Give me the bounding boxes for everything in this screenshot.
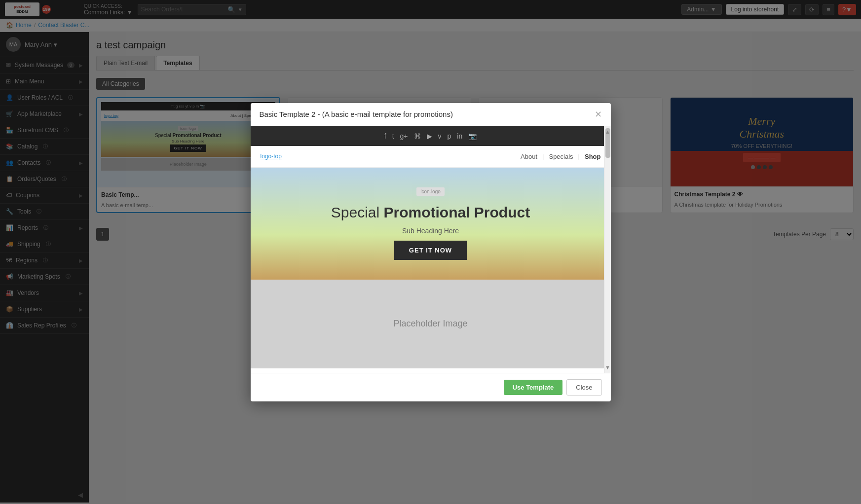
modal-body: f t g+ ⌘ ▶ v p in 📷 logo-top About | <box>251 126 611 373</box>
googleplus-icon[interactable]: g+ <box>400 132 408 140</box>
nav-sep-1: | <box>542 153 544 160</box>
twitter-icon[interactable]: t <box>392 132 394 140</box>
template-placeholder-image: Placeholder Image <box>251 280 611 368</box>
instagram-icon[interactable]: 📷 <box>468 132 477 140</box>
nav-sep-2: | <box>578 153 580 160</box>
use-template-button[interactable]: Use Template <box>504 380 563 395</box>
modal-header: Basic Template 2 - (A basic e-mail templ… <box>251 103 611 126</box>
template-nav-links: About | Specials | Shop <box>521 153 600 160</box>
facebook-icon[interactable]: f <box>384 132 386 140</box>
modal-overlay[interactable]: Basic Template 2 - (A basic e-mail templ… <box>0 0 861 503</box>
scroll-up-arrow[interactable]: ▲ <box>604 129 611 135</box>
nav-about[interactable]: About <box>521 153 537 160</box>
youtube-icon[interactable]: ▶ <box>427 132 432 140</box>
hero-get-it-now-button[interactable]: GET IT NOW <box>394 241 467 260</box>
template-social-bar: f t g+ ⌘ ▶ v p in 📷 <box>251 126 611 146</box>
template-nav: logo-top About | Specials | Shop <box>251 146 611 168</box>
linkedin-icon[interactable]: in <box>457 132 462 140</box>
template-preview-modal: Basic Template 2 - (A basic e-mail templ… <box>251 103 611 401</box>
template-hero-title: Special Promotional Product <box>331 204 530 221</box>
template-logo: logo-top <box>261 153 282 160</box>
scroll-down-arrow[interactable]: ▼ <box>604 364 611 370</box>
template-hero-subtitle: Sub Heading Here <box>402 227 459 235</box>
scroll-track: ▼ ▲ <box>604 126 611 373</box>
hero-title-bold: Promotional Product <box>384 204 530 220</box>
nav-shop[interactable]: Shop <box>585 153 601 160</box>
modal-scroll-area[interactable]: f t g+ ⌘ ▶ v p in 📷 logo-top About | <box>251 126 611 373</box>
template-hero: icon-logo Special Promotional Product Su… <box>251 168 611 280</box>
rss-icon[interactable]: ⌘ <box>414 132 421 140</box>
close-modal-button[interactable]: Close <box>566 379 601 396</box>
hero-title-plain: Special <box>331 204 384 220</box>
modal-footer: Use Template Close <box>251 373 611 401</box>
vimeo-icon[interactable]: v <box>438 132 442 140</box>
modal-title: Basic Template 2 - (A basic e-mail templ… <box>260 110 453 118</box>
template-icon-logo: icon-logo <box>416 187 445 196</box>
modal-close-icon[interactable]: ✕ <box>595 110 602 119</box>
nav-specials[interactable]: Specials <box>549 153 573 160</box>
pinterest-icon[interactable]: p <box>448 132 451 140</box>
